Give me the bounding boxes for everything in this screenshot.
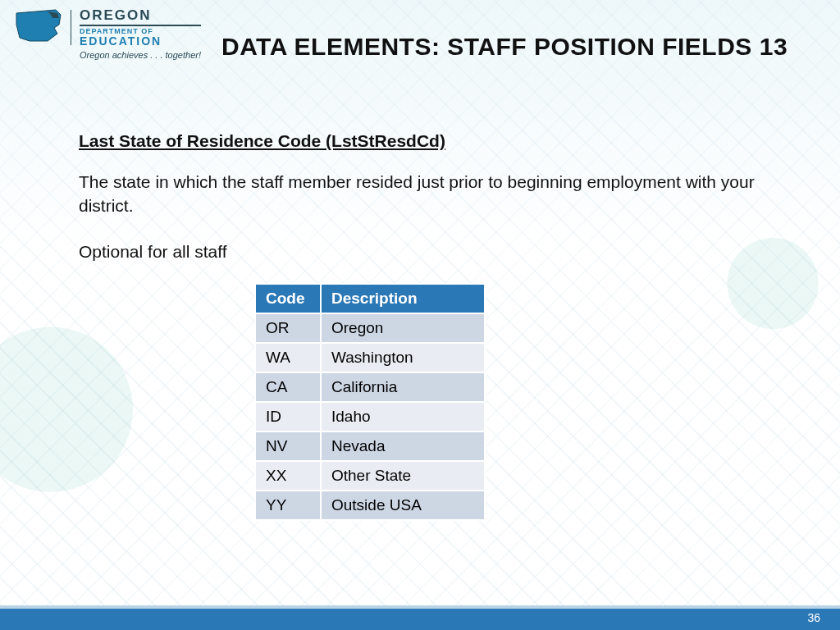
logo-divider-horizontal: [80, 25, 201, 26]
table-body: OR Oregon WA Washington CA California ID…: [255, 313, 485, 520]
body-text: Last State of Residence Code (LstStResdC…: [79, 130, 774, 263]
cell-code: XX: [255, 461, 321, 491]
page-number: 36: [807, 611, 820, 624]
cell-desc: Nevada: [321, 431, 485, 461]
cell-code: WA: [255, 343, 321, 372]
codes-table: Code Description OR Oregon WA Washington…: [254, 283, 486, 521]
table-row: CA California: [255, 372, 485, 402]
table-header-row: Code Description: [255, 284, 485, 313]
header-description: Description: [321, 284, 485, 313]
cell-desc: Oregon: [321, 313, 485, 343]
logo-tagline: Oregon achieves . . . together!: [80, 50, 201, 60]
cell-desc: Outside USA: [321, 491, 485, 520]
oregon-state-icon: [15, 8, 62, 46]
cell-desc: Washington: [321, 343, 485, 372]
table-row: YY Outside USA: [255, 491, 485, 520]
field-label: Last State of Residence Code (LstStResdC…: [79, 130, 445, 153]
logo-education-text: EDUCATION: [80, 35, 201, 47]
table-row: OR Oregon: [255, 313, 485, 343]
cell-code: YY: [255, 491, 321, 520]
cell-desc: Idaho: [321, 402, 485, 431]
cell-desc: California: [321, 372, 485, 402]
logo-block: OREGON DEPARTMENT OF EDUCATION Oregon ac…: [15, 8, 201, 60]
footer-bar: 36: [0, 605, 840, 630]
slide-title: DATA ELEMENTS: STAFF POSITION FIELDS 13: [221, 33, 807, 61]
logo-divider-vertical: [71, 10, 71, 45]
logo-state-text: OREGON: [80, 8, 201, 22]
slide: OREGON DEPARTMENT OF EDUCATION Oregon ac…: [0, 0, 840, 630]
table-row: XX Other State: [255, 461, 485, 491]
table-row: ID Idaho: [255, 402, 485, 431]
cell-code: OR: [255, 313, 321, 343]
table-row: NV Nevada: [255, 431, 485, 461]
cell-desc: Other State: [321, 461, 485, 491]
cell-code: NV: [255, 431, 321, 461]
header-code: Code: [255, 284, 321, 313]
table-row: WA Washington: [255, 343, 485, 372]
cell-code: ID: [255, 402, 321, 431]
field-rule: Optional for all staff: [79, 240, 774, 263]
cell-code: CA: [255, 372, 321, 402]
field-definition: The state in which the staff member resi…: [79, 171, 774, 217]
